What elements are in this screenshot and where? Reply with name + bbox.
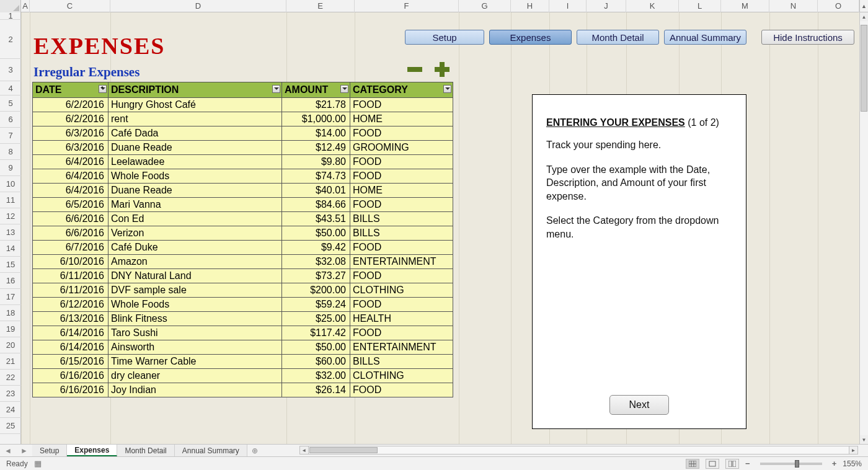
cell-date[interactable]: 6/6/2016 [33, 226, 108, 241]
col-header-date[interactable]: DATE [33, 82, 108, 98]
cell-date[interactable]: 6/13/2016 [33, 312, 108, 326]
cell-date[interactable]: 6/11/2016 [33, 269, 108, 283]
cell-amount[interactable]: $74.73 [282, 169, 350, 184]
scroll-up-button[interactable]: ▲ [860, 12, 868, 21]
cell-category[interactable]: GROOMING [350, 141, 453, 155]
cell-description[interactable]: Verizon [108, 226, 282, 241]
zoom-slider[interactable] [760, 463, 822, 465]
row-header-15[interactable]: 15 [0, 257, 21, 273]
row-header-2[interactable]: 2 [0, 20, 21, 59]
cell-description[interactable]: dry cleaner [108, 369, 282, 383]
cell-date[interactable]: 6/11/2016 [33, 283, 108, 298]
row-header-4[interactable]: 4 [0, 81, 21, 95]
vertical-scrollbar[interactable]: ▲ ▼ [859, 12, 868, 444]
cell-description[interactable]: Hungry Ghost Café [108, 98, 282, 112]
hscroll-left-button[interactable]: ◄ [300, 446, 309, 454]
cell-date[interactable]: 6/2/2016 [33, 112, 108, 126]
cell-category[interactable]: FOOD [350, 126, 453, 141]
hscroll-thumb[interactable] [309, 447, 378, 453]
cell-description[interactable]: Amazon [108, 255, 282, 269]
cell-description[interactable]: Café Duke [108, 241, 282, 255]
scroll-thumb[interactable] [861, 25, 867, 112]
select-all-corner[interactable] [0, 0, 21, 12]
row-header-21[interactable]: 21 [0, 353, 21, 370]
cell-category[interactable]: FOOD [350, 241, 453, 255]
row-header-14[interactable]: 14 [0, 241, 21, 257]
cell-category[interactable]: BILLS [350, 355, 453, 369]
cell-description[interactable]: Taro Sushi [108, 326, 282, 340]
cell-amount[interactable]: $14.00 [282, 126, 350, 141]
cell-amount[interactable]: $117.42 [282, 326, 350, 340]
column-header-K[interactable]: K [626, 0, 679, 12]
cell-amount[interactable]: $50.00 [282, 226, 350, 241]
row-header-10[interactable]: 10 [0, 176, 21, 192]
macro-record-icon[interactable]: ▦ [34, 459, 42, 468]
cell-category[interactable]: FOOD [350, 383, 453, 397]
cell-date[interactable]: 6/2/2016 [33, 98, 108, 112]
remove-row-button[interactable] [405, 60, 424, 79]
cell-amount[interactable]: $9.80 [282, 155, 350, 169]
cell-description[interactable]: rent [108, 112, 282, 126]
col-header-category[interactable]: CATEGORY [350, 82, 453, 98]
row-header-6[interactable]: 6 [0, 112, 21, 128]
cell-description[interactable]: Whole Foods [108, 169, 282, 184]
cell-category[interactable]: HOME [350, 112, 453, 126]
cell-amount[interactable]: $32.08 [282, 255, 350, 269]
cell-description[interactable]: Time Warner Cable [108, 355, 282, 369]
cell-amount[interactable]: $50.00 [282, 340, 350, 355]
row-header-17[interactable]: 17 [0, 289, 21, 305]
column-header-M[interactable]: M [721, 0, 769, 12]
row-header-8[interactable]: 8 [0, 144, 21, 160]
row-header-5[interactable]: 5 [0, 95, 21, 112]
cell-category[interactable]: ENTERTAINMENT [350, 255, 453, 269]
row-header-18[interactable]: 18 [0, 305, 21, 321]
cell-amount[interactable]: $60.00 [282, 355, 350, 369]
row-header-11[interactable]: 11 [0, 192, 21, 208]
filter-icon[interactable] [443, 85, 451, 93]
cell-category[interactable]: CLOTHING [350, 369, 453, 383]
cell-amount[interactable]: $200.00 [282, 283, 350, 298]
filter-icon[interactable] [272, 85, 280, 93]
horizontal-scrollbar[interactable]: ◄ ► [299, 446, 858, 454]
cell-amount[interactable]: $12.49 [282, 141, 350, 155]
column-header-F[interactable]: F [355, 0, 459, 12]
cell-category[interactable]: HEALTH [350, 312, 453, 326]
cell-category[interactable]: FOOD [350, 269, 453, 283]
cell-category[interactable]: BILLS [350, 226, 453, 241]
row-header-23[interactable]: 23 [0, 386, 21, 402]
cell-description[interactable]: Ainsworth [108, 340, 282, 355]
cell-category[interactable]: FOOD [350, 169, 453, 184]
cell-date[interactable]: 6/4/2016 [33, 155, 108, 169]
cell-description[interactable]: Duane Reade [108, 184, 282, 198]
row-header-16[interactable]: 16 [0, 273, 21, 289]
cell-date[interactable]: 6/6/2016 [33, 212, 108, 226]
sheet-tab-expenses[interactable]: Expenses [67, 445, 117, 456]
column-header-E[interactable]: E [286, 0, 355, 12]
cell-amount[interactable]: $26.14 [282, 383, 350, 397]
view-normal-button[interactable] [686, 459, 699, 469]
cell-category[interactable]: FOOD [350, 155, 453, 169]
cell-amount[interactable]: $43.51 [282, 212, 350, 226]
cell-description[interactable]: Blink Fitness [108, 312, 282, 326]
cell-category[interactable]: FOOD [350, 326, 453, 340]
cell-description[interactable]: Con Ed [108, 212, 282, 226]
column-header-J[interactable]: J [587, 0, 626, 12]
cell-amount[interactable]: $1,000.00 [282, 112, 350, 126]
cell-description[interactable]: Joy Indian [108, 383, 282, 397]
cell-description[interactable]: Duane Reade [108, 141, 282, 155]
cell-amount[interactable]: $9.42 [282, 241, 350, 255]
setup-button[interactable]: Setup [405, 30, 484, 45]
row-header-20[interactable]: 20 [0, 337, 21, 353]
col-header-description[interactable]: DESCRIPTION [108, 82, 282, 98]
column-header-I[interactable]: I [549, 0, 587, 12]
sheet-tab-month-detail[interactable]: Month Detail [117, 445, 174, 456]
cell-category[interactable]: BILLS [350, 212, 453, 226]
cell-date[interactable]: 6/7/2016 [33, 241, 108, 255]
cell-category[interactable]: CLOTHING [350, 283, 453, 298]
col-header-amount[interactable]: AMOUNT [282, 82, 350, 98]
tab-nav-next[interactable]: ► [16, 445, 32, 456]
column-header-C[interactable]: C [30, 0, 110, 12]
row-header-1[interactable]: 1 [0, 12, 21, 20]
zoom-slider-thumb[interactable] [795, 460, 799, 468]
filter-icon[interactable] [99, 85, 107, 93]
